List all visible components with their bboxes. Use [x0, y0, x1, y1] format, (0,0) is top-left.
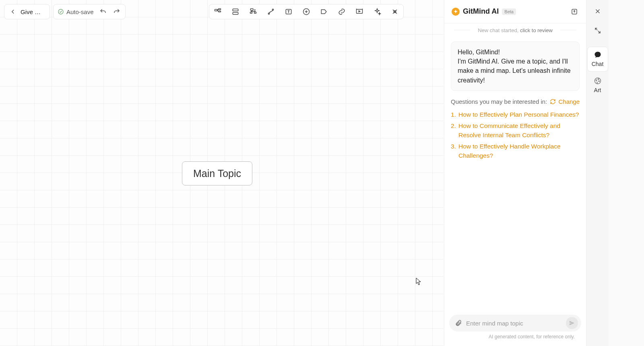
svg-rect-5 — [233, 12, 238, 14]
ai-greeting-text: Hello, GitMind! I'm GitMind AI. Give me … — [458, 49, 571, 84]
art-tab[interactable]: Art — [587, 73, 608, 97]
main-topic-node[interactable]: Main Topic — [182, 161, 252, 185]
change-label: Change — [558, 98, 580, 105]
tag-button[interactable] — [320, 7, 328, 16]
relation-button[interactable] — [266, 7, 275, 16]
svg-rect-7 — [250, 12, 252, 13]
suggestion-text: How to Communicate Effectively and Resol… — [458, 122, 580, 140]
right-rail: Chat Art — [586, 0, 609, 346]
svg-point-17 — [594, 78, 601, 84]
suggestions-title: Questions you may be interested in: — [451, 98, 547, 105]
change-suggestions-button[interactable]: Change — [550, 98, 580, 105]
svg-rect-1 — [215, 9, 217, 11]
link-button[interactable] — [337, 7, 346, 16]
suggestion-number: 3. — [451, 142, 456, 160]
svg-rect-6 — [250, 9, 253, 10]
review-link[interactable]: click to review — [520, 27, 553, 33]
add-node-button[interactable] — [302, 7, 311, 16]
suggestion-text: How to Effectively Plan Personal Finance… — [458, 110, 579, 119]
autosave-label: Auto-save — [66, 8, 94, 15]
svg-rect-3 — [219, 11, 221, 12]
svg-rect-8 — [254, 12, 256, 13]
layout-button[interactable] — [249, 7, 258, 16]
toolbar — [209, 4, 404, 19]
chat-header: ✦ GitMind AI Beta — [444, 0, 586, 23]
new-chat-divider: New chat started, click to review — [444, 23, 586, 36]
svg-rect-2 — [219, 9, 221, 10]
autosave-status: Auto-save — [58, 8, 94, 15]
main-topic-label: Main Topic — [193, 168, 241, 179]
history-pill: Auto-save — [53, 4, 126, 19]
brand-name: GitMind AI — [463, 7, 499, 16]
cursor-icon — [416, 278, 421, 286]
add-subtopic-button[interactable] — [213, 7, 222, 16]
beta-badge: Beta — [502, 8, 516, 15]
art-tab-label: Art — [594, 87, 601, 93]
mindmap-canvas[interactable]: Give me a list of 5 countries Auto-save — [0, 0, 444, 346]
tools-button[interactable] — [390, 7, 399, 16]
chat-tab-label: Chat — [592, 61, 604, 67]
svg-point-20 — [599, 81, 599, 82]
suggestion-item[interactable]: 3. How to Effectively Handle Workplace C… — [451, 141, 580, 161]
text-button[interactable] — [284, 7, 293, 16]
ai-disclaimer: AI generated content, for reference only… — [449, 332, 581, 344]
svg-point-0 — [58, 9, 63, 14]
redo-button[interactable] — [112, 7, 121, 16]
suggestions-list: 1. How to Effectively Plan Personal Fina… — [444, 107, 586, 161]
close-button[interactable] — [589, 2, 607, 20]
top-left-controls: Give me a list of 5 countries Auto-save — [4, 4, 126, 19]
svg-point-18 — [596, 80, 597, 80]
back-icon[interactable] — [8, 7, 17, 16]
chat-input-area: AI generated content, for reference only… — [444, 311, 586, 346]
undo-button[interactable] — [99, 7, 107, 16]
suggestion-number: 1. — [451, 110, 456, 119]
ai-greeting-bubble: Hello, GitMind! I'm GitMind AI. Give me … — [451, 41, 580, 91]
art-icon — [593, 76, 602, 85]
chat-panel: ✦ GitMind AI Beta New chat started, clic… — [444, 0, 586, 346]
ai-sparkle-button[interactable] — [373, 7, 382, 16]
title-pill: Give me a list of 5 countries — [4, 4, 50, 19]
new-chat-prefix: New chat started, — [478, 27, 520, 33]
chat-input — [449, 315, 581, 332]
brand-logo-icon: ✦ — [452, 8, 460, 16]
document-title[interactable]: Give me a list of 5 countries — [21, 8, 45, 15]
svg-point-9 — [254, 10, 255, 10]
topic-input[interactable] — [466, 320, 562, 327]
suggestion-text: How to Effectively Handle Workplace Chal… — [458, 142, 580, 160]
svg-point-19 — [598, 79, 599, 80]
chat-icon — [593, 50, 602, 59]
present-button[interactable] — [355, 7, 364, 16]
share-button[interactable] — [570, 7, 579, 16]
chat-tab[interactable]: Chat — [587, 47, 608, 72]
svg-rect-4 — [233, 9, 238, 11]
suggestions-header: Questions you may be interested in: Chan… — [444, 91, 586, 107]
send-button[interactable] — [566, 317, 578, 329]
suggestion-item[interactable]: 1. How to Effectively Plan Personal Fina… — [451, 109, 580, 120]
suggestion-item[interactable]: 2. How to Communicate Effectively and Re… — [451, 120, 580, 141]
attach-button[interactable] — [455, 319, 462, 327]
expand-button[interactable] — [589, 22, 607, 39]
add-sibling-button[interactable] — [231, 7, 240, 16]
suggestion-number: 2. — [451, 122, 456, 140]
